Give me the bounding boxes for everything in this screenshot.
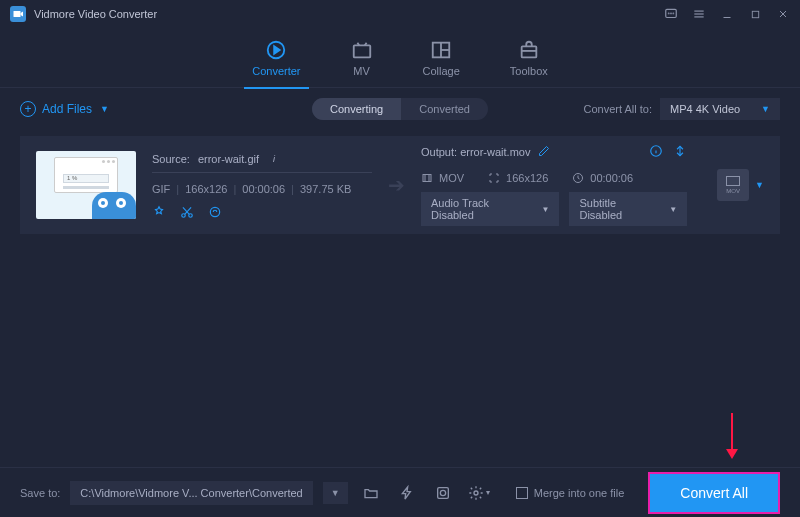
clock-icon: [572, 172, 584, 184]
settings-gear-icon[interactable]: ▾: [466, 480, 492, 506]
source-thumbnail[interactable]: 1 %: [36, 151, 136, 219]
format-select[interactable]: MP4 4K Video ▼: [660, 98, 780, 120]
svg-point-4: [673, 13, 674, 14]
tab-converter-label: Converter: [252, 65, 300, 77]
add-files-button[interactable]: + Add Files ▼: [20, 101, 109, 117]
open-folder-icon[interactable]: [358, 480, 384, 506]
format-badge-text: MOV: [726, 188, 740, 194]
task-icon[interactable]: [430, 480, 456, 506]
svg-rect-9: [752, 11, 758, 17]
source-duration: 00:00:06: [242, 183, 285, 195]
pill-converted[interactable]: Converted: [401, 98, 488, 120]
subtitle-select[interactable]: Subtitle Disabled ▼: [569, 192, 687, 226]
audio-track-select[interactable]: Audio Track Disabled ▼: [421, 192, 559, 226]
save-path-input[interactable]: C:\Vidmore\Vidmore V... Converter\Conver…: [70, 481, 312, 505]
svg-rect-13: [353, 45, 370, 57]
info-circle-icon[interactable]: [649, 144, 663, 160]
convert-all-to-label: Convert All to:: [584, 103, 652, 115]
merge-checkbox[interactable]: Merge into one file: [516, 487, 625, 499]
film-icon: [421, 172, 433, 184]
tab-toolbox-label: Toolbox: [510, 65, 548, 77]
svg-point-23: [210, 207, 219, 216]
file-row: 1 % Source: error-wait.gif i GIF| 166x12…: [20, 136, 780, 234]
pill-converting[interactable]: Converting: [312, 98, 401, 120]
save-path-dropdown[interactable]: ▼: [323, 482, 348, 504]
output-duration: 00:00:06: [590, 172, 633, 184]
svg-rect-33: [437, 487, 448, 498]
tab-toolbox[interactable]: Toolbox: [510, 33, 548, 83]
output-format-badge[interactable]: MOV: [717, 169, 749, 201]
convert-all-button[interactable]: Convert All: [648, 472, 780, 514]
app-title: Vidmore Video Converter: [34, 8, 157, 20]
enhance-icon[interactable]: [208, 205, 222, 219]
arrow-right-icon: ➔: [388, 173, 405, 197]
pencil-icon[interactable]: [538, 145, 550, 159]
format-selected-value: MP4 4K Video: [670, 103, 740, 115]
maximize-icon[interactable]: [748, 7, 762, 21]
source-size: 397.75 KB: [300, 183, 351, 195]
hw-accel-icon[interactable]: [394, 480, 420, 506]
output-label: Output:: [421, 146, 457, 158]
chevron-down-icon: ▼: [100, 104, 109, 114]
source-format: GIF: [152, 183, 170, 195]
feedback-icon[interactable]: [664, 7, 678, 21]
source-filename: error-wait.gif: [198, 153, 259, 165]
tab-mv[interactable]: MV: [351, 33, 373, 83]
output-dims: 166x126: [506, 172, 548, 184]
dimensions-icon: [488, 172, 500, 184]
tab-converter[interactable]: Converter: [252, 33, 300, 83]
svg-rect-17: [521, 46, 536, 57]
svg-rect-0: [14, 11, 21, 17]
save-to-label: Save to:: [20, 487, 60, 499]
menu-icon[interactable]: [692, 7, 706, 21]
svg-point-35: [474, 491, 478, 495]
output-format: MOV: [439, 172, 464, 184]
add-files-label: Add Files: [42, 102, 92, 116]
chevron-down-icon: ▼: [761, 104, 770, 114]
checkbox-icon: [516, 487, 528, 499]
tab-mv-label: MV: [353, 65, 370, 77]
cut-icon[interactable]: [180, 205, 194, 219]
close-icon[interactable]: [776, 7, 790, 21]
svg-point-3: [671, 13, 672, 14]
output-filename: error-wait.mov: [460, 146, 530, 158]
chevron-down-icon: ▼: [669, 205, 677, 214]
source-label: Source:: [152, 153, 190, 165]
annotation-arrow: [722, 411, 742, 465]
compress-icon[interactable]: [673, 144, 687, 160]
tab-collage-label: Collage: [423, 65, 460, 77]
chevron-down-icon[interactable]: ▼: [755, 180, 764, 190]
tab-collage[interactable]: Collage: [423, 33, 460, 83]
edit-icon[interactable]: [152, 205, 166, 219]
source-dims: 166x126: [185, 183, 227, 195]
app-logo: [10, 6, 26, 22]
merge-label: Merge into one file: [534, 487, 625, 499]
minimize-icon[interactable]: [720, 7, 734, 21]
svg-point-2: [668, 13, 669, 14]
svg-rect-28: [423, 175, 431, 182]
plus-icon: +: [20, 101, 36, 117]
info-icon[interactable]: i: [267, 152, 281, 166]
chevron-down-icon: ▼: [542, 205, 550, 214]
svg-point-34: [440, 490, 445, 495]
audio-track-value: Audio Track Disabled: [431, 197, 532, 221]
subtitle-value: Subtitle Disabled: [579, 197, 659, 221]
